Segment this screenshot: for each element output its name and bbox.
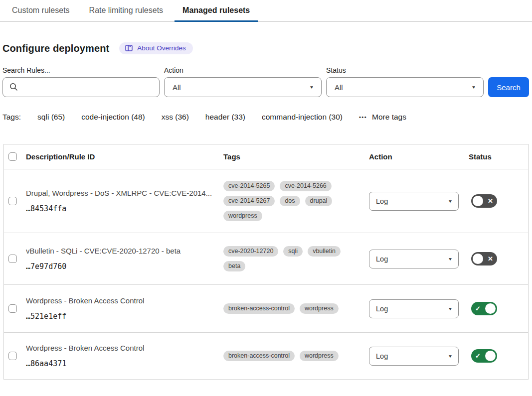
search-button[interactable]: Search — [488, 77, 529, 97]
action-select[interactable]: Log▾ — [369, 250, 459, 268]
tag-pill: wordpress — [300, 351, 339, 361]
action-select[interactable]: Log▾ — [369, 347, 459, 366]
toggle-knob — [485, 351, 496, 361]
toggle-check-icon: ✓ — [475, 305, 481, 312]
search-input-wrap — [2, 77, 160, 97]
filter-bar: Search Rules... Action All ▾ Status — [2, 66, 529, 97]
chevron-down-icon: ▾ — [449, 353, 452, 359]
search-rules-field: Search Rules... — [2, 66, 160, 97]
checkbox-cell — [4, 352, 26, 360]
page-title: Configure deployment — [2, 43, 109, 54]
action-select-value: Log — [376, 352, 388, 360]
toggle-knob — [473, 254, 483, 264]
search-rules-label: Search Rules... — [2, 66, 160, 74]
column-header-action: Action — [369, 152, 469, 161]
tag-pill: drupal — [305, 196, 333, 206]
tag-filter-link[interactable]: command-injection (30) — [262, 113, 343, 122]
status-filter-select[interactable]: All ▾ — [326, 77, 484, 97]
tag-filter-link[interactable]: header (33) — [205, 113, 245, 122]
tag-pill: vbulletin — [308, 246, 341, 257]
action-filter-select[interactable]: All ▾ — [164, 77, 322, 97]
column-header-tags: Tags — [223, 152, 369, 161]
action-filter-label: Action — [164, 66, 322, 74]
rule-description: vBulletin - SQLi - CVE:CVE-2020-12720 - … — [26, 247, 213, 256]
about-overrides-link[interactable]: About Overrides — [119, 42, 193, 54]
tag-pill: cve-2020-12720 — [223, 246, 278, 257]
tag-filter-link[interactable]: sqli (65) — [37, 113, 65, 122]
managed-rules-table: Description/Rule ID Tags Action Status D… — [3, 144, 529, 380]
action-select[interactable]: Log▾ — [369, 192, 459, 211]
action-select-value: Log — [376, 197, 388, 205]
rule-id: …521e1eff — [26, 312, 213, 321]
action-cell: Log▾ — [369, 250, 469, 268]
tag-filter-link[interactable]: code-injection (48) — [81, 113, 145, 122]
more-tags-label: More tags — [372, 113, 406, 122]
status-toggle[interactable]: ✕ — [471, 252, 497, 265]
table-row: Wordpress - Broken Access Control…521e1e… — [4, 285, 528, 333]
tag-pill: sqli — [283, 246, 303, 257]
table-header-row: Description/Rule ID Tags Action Status — [4, 144, 528, 169]
rule-id: …7e97d760 — [26, 262, 213, 271]
action-filter-field: Action All ▾ — [164, 66, 322, 97]
checkbox-cell — [4, 197, 26, 205]
chevron-down-icon: ▾ — [449, 198, 452, 204]
search-rules-input[interactable] — [2, 77, 160, 97]
table-body: Drupal, Wordpress - DoS - XMLRPC - CVE:C… — [4, 169, 528, 380]
toggle-x-icon: ✕ — [488, 198, 493, 204]
select-all-checkbox[interactable] — [8, 152, 17, 161]
row-checkbox[interactable] — [8, 304, 17, 313]
status-cell: ✓ — [469, 349, 528, 363]
status-filter-field: Status All ▾ — [326, 66, 484, 97]
status-filter-value: All — [335, 83, 343, 92]
tag-pill: dos — [280, 196, 300, 206]
tab-managed-rulesets[interactable]: Managed rulesets — [175, 0, 258, 21]
action-cell: Log▾ — [369, 192, 469, 211]
action-filter-value: All — [173, 83, 181, 92]
action-select[interactable]: Log▾ — [369, 299, 459, 318]
status-cell: ✓ — [469, 302, 528, 315]
row-checkbox[interactable] — [8, 197, 17, 205]
table-row: vBulletin - SQLi - CVE:CVE-2020-12720 - … — [4, 233, 528, 285]
tag-pill: cve-2014-5267 — [223, 196, 275, 206]
action-cell: Log▾ — [369, 299, 469, 318]
chevron-down-icon: ▾ — [449, 306, 452, 311]
tags-cell: cve-2014-5265cve-2014-5266cve-2014-5267d… — [223, 181, 369, 221]
tag-pill: broken-access-control — [223, 303, 295, 314]
tags-bar-label: Tags: — [2, 113, 21, 122]
tags-cell: broken-access-controlwordpress — [223, 351, 369, 361]
status-cell: ✕ — [469, 194, 528, 208]
tab-custom-rulesets[interactable]: Custom rulesets — [4, 0, 78, 21]
tags-quick-filter-bar: Tags: sqli (65)code-injection (48)xss (3… — [2, 113, 529, 122]
toggle-x-icon: ✕ — [488, 256, 493, 262]
description-cell: Wordpress - Broken Access Control…86aa43… — [26, 344, 223, 369]
tab-label: Rate limiting rulesets — [89, 6, 164, 14]
tags-cell: broken-access-controlwordpress — [223, 303, 369, 314]
row-checkbox[interactable] — [8, 352, 17, 360]
status-toggle[interactable]: ✕ — [471, 194, 497, 208]
rule-description: Wordpress - Broken Access Control — [26, 344, 213, 353]
main-content: Configure deployment About Overrides Sea… — [0, 42, 532, 380]
column-header-description: Description/Rule ID — [26, 152, 223, 161]
chevron-down-icon: ▾ — [449, 256, 452, 262]
status-cell: ✕ — [469, 252, 528, 265]
status-toggle[interactable]: ✓ — [471, 302, 497, 315]
description-cell: Drupal, Wordpress - DoS - XMLRPC - CVE:C… — [26, 189, 223, 214]
status-toggle[interactable]: ✓ — [471, 349, 497, 363]
rule-description: Drupal, Wordpress - DoS - XMLRPC - CVE:C… — [26, 189, 213, 198]
tag-filter-link[interactable]: xss (36) — [162, 113, 189, 122]
description-cell: vBulletin - SQLi - CVE:CVE-2020-12720 - … — [26, 247, 223, 271]
row-checkbox[interactable] — [8, 255, 17, 263]
table-row: Wordpress - Broken Access Control…86aa43… — [4, 333, 528, 380]
ellipsis-icon: ••• — [359, 114, 367, 120]
table-row: Drupal, Wordpress - DoS - XMLRPC - CVE:C… — [4, 169, 528, 233]
column-header-status: Status — [469, 152, 528, 161]
heading-row: Configure deployment About Overrides — [2, 42, 529, 54]
tag-pill: wordpress — [300, 303, 339, 314]
tag-pill: cve-2014-5266 — [280, 181, 331, 191]
action-select-value: Log — [376, 305, 388, 313]
tab-rate-limiting-rulesets[interactable]: Rate limiting rulesets — [81, 0, 172, 21]
more-tags-button[interactable]: ••• More tags — [359, 113, 406, 122]
rule-id: …84534ffa — [26, 204, 213, 213]
checkbox-cell — [4, 304, 26, 313]
ruleset-tab-bar: Custom rulesetsRate limiting rulesetsMan… — [0, 0, 532, 22]
